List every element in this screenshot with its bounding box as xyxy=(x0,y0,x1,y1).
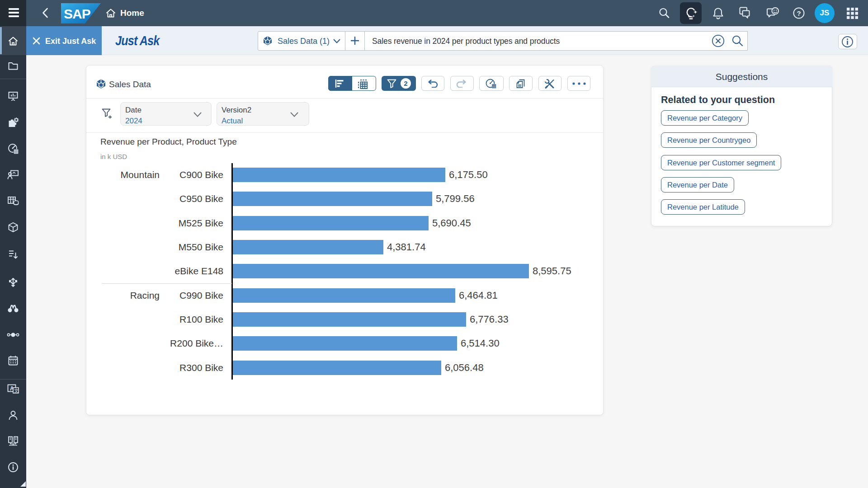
svg-text:文: 文 xyxy=(14,388,19,393)
svg-text:SAP: SAP xyxy=(64,6,90,21)
svg-text:?: ? xyxy=(797,9,801,17)
